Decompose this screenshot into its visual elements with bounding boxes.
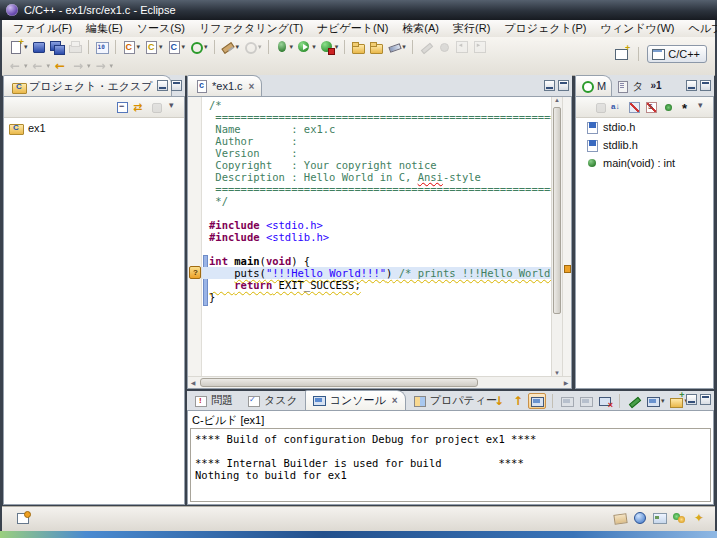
hide-non-public-members-button[interactable] [661,100,676,115]
overview-ruler[interactable] [562,97,571,376]
editor-left-ruler[interactable] [188,97,202,376]
back-history-button[interactable]: ▾ [31,59,52,73]
editor-vertical-scrollbar[interactable]: ▲ ▼ [551,97,562,376]
web-browser-icon[interactable] [633,511,647,525]
build-dropdown-icon[interactable]: ▾ [236,43,240,51]
build-all-button[interactable] [94,40,110,54]
tab-project-explorer[interactable]: プロジェクト・エクスプ × [3,75,172,96]
build-button[interactable]: ▾ [220,40,241,54]
run-dropdown-icon[interactable]: ▾ [312,43,316,51]
hide-static-members-button[interactable] [644,100,659,115]
show-console-on-output-button[interactable] [528,393,546,409]
horizontal-scrollbar-thumb[interactable] [200,378,478,387]
menu-item-7[interactable]: プロジェクト(P) [497,20,593,37]
menu-item-8[interactable]: ウィンドウ(W) [594,20,682,37]
new-c-source-file-button[interactable]: ▾ [121,40,142,54]
menu-item-0[interactable]: ファイル(F) [6,20,79,37]
next-annotation-button[interactable] [472,40,488,54]
team-sync-icon[interactable] [673,511,687,525]
last-edit-location-dropdown-icon[interactable]: ▾ [24,62,28,70]
menu-item-4[interactable]: ナビゲート(N) [310,20,395,37]
display-selected-console-dropdown-icon[interactable]: ▾ [661,397,665,405]
close-icon[interactable]: × [392,395,398,406]
tab-problems[interactable]: 問題 [187,391,240,410]
console-previous-button[interactable] [509,394,525,408]
menu-item-1[interactable]: 編集(E) [79,20,130,37]
console-next-button[interactable] [490,394,506,408]
search-dropdown-icon[interactable]: ▾ [402,43,406,51]
toggle-mark-occurrences-button[interactable] [418,40,434,54]
tab-console[interactable]: コンソール× [305,390,406,410]
editor-horizontal-scrollbar[interactable]: ◀ ▶ [188,376,571,388]
close-icon[interactable]: × [249,81,255,92]
fast-view-tray-icon[interactable] [16,511,30,525]
minimize-button[interactable] [544,80,555,91]
title-bar[interactable]: C/C++ - ex1/src/ex1.c - Eclipse [0,0,717,20]
display-selected-console-button[interactable]: ▾ [645,394,666,408]
make-target-dropdown-icon[interactable]: ▾ [204,43,208,51]
new-cpp-source-file-button[interactable]: ▾ [143,40,164,54]
open-resource-button[interactable] [368,40,384,54]
cpp-perspective-button[interactable]: C/C++ [647,45,707,63]
minimize-button[interactable] [157,80,168,91]
error-marker-icon[interactable] [189,266,201,279]
hide-inactive-elements-button[interactable] [678,100,693,115]
view-menu-button[interactable] [166,100,181,115]
build-job-icon[interactable] [613,511,627,525]
screenshot-icon[interactable] [653,511,667,525]
new-wizard-button[interactable]: ▾ [8,40,29,54]
minimize-button[interactable] [686,394,697,405]
tab-ex1-c[interactable]: *ex1.c × [187,75,262,96]
scroll-lock-button[interactable] [559,394,575,408]
menu-item-6[interactable]: 実行(R) [446,20,497,37]
maximize-button[interactable] [171,80,182,91]
new-c-source-file-dropdown-icon[interactable]: ▾ [137,43,141,51]
new-wizard-dropdown-icon[interactable]: ▾ [24,43,28,51]
back-button[interactable] [53,59,69,73]
print-button[interactable] [67,40,83,54]
outline-item[interactable]: main(void) : int [576,154,713,172]
tab-tasks[interactable]: タスク [240,391,305,410]
new-c-class-button[interactable]: ▾ [166,40,187,54]
scroll-left-icon[interactable]: ◀ [188,379,198,386]
focus-button[interactable] [593,100,608,115]
source-code[interactable]: /* =====================================… [209,99,551,303]
save-all-button[interactable] [49,40,65,54]
external-tools-button[interactable]: ▾ [242,40,263,54]
sort-button[interactable] [610,100,625,115]
forward-button[interactable]: ▾ [71,59,92,73]
collapse-all-button[interactable] [115,100,130,115]
forward-alt-button[interactable]: ▾ [94,59,115,73]
remove-console-button[interactable] [597,394,613,408]
forward-alt-dropdown-icon[interactable]: ▾ [110,62,114,70]
vertical-scrollbar-thumb[interactable] [553,107,561,314]
maximize-button[interactable] [700,80,711,91]
minimize-button[interactable] [686,80,697,91]
forward-dropdown-icon[interactable]: ▾ [87,62,91,70]
hide-fields-button[interactable] [627,100,642,115]
tab-overflow[interactable]: »1 [647,80,664,91]
maximize-button[interactable] [558,80,569,91]
external-tools-dropdown-icon[interactable]: ▾ [258,43,262,51]
tab-outline-m[interactable]: M [575,75,612,96]
debug-button[interactable]: ▾ [274,40,295,54]
scroll-right-icon[interactable]: ▶ [561,379,571,386]
open-element-button[interactable] [350,40,366,54]
view-menu-button[interactable] [695,100,710,115]
annotations-button[interactable] [436,40,452,54]
outline-item[interactable]: stdio.h [576,118,713,136]
previous-annotation-button[interactable] [454,40,470,54]
maximize-button[interactable] [700,394,711,405]
console-output[interactable]: **** Build of configuration Debug for pr… [190,428,711,502]
tab-outline-t[interactable]: タ [612,76,647,96]
scroll-up-icon[interactable]: ▲ [552,97,562,103]
save-button[interactable] [31,40,47,54]
outline-item[interactable]: stdlib.h [576,136,713,154]
menu-item-9[interactable]: ヘルプ(H) [682,20,717,37]
debug-dropdown-icon[interactable]: ▾ [290,43,294,51]
open-perspective-button[interactable] [613,47,629,61]
project-item-ex1[interactable]: ex1 [4,118,184,137]
new-c-class-dropdown-icon[interactable]: ▾ [182,43,186,51]
menu-item-3[interactable]: リファクタリング(T) [192,20,310,37]
tips-icon[interactable] [693,511,707,525]
